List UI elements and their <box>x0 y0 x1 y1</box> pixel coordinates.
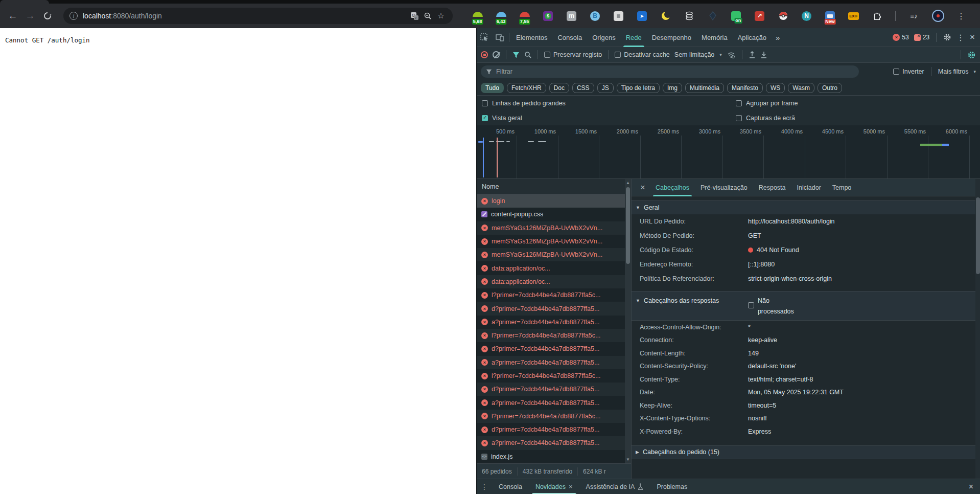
ext-dollar-icon[interactable]: $ <box>543 11 553 21</box>
close-devtools-icon[interactable]: × <box>970 32 975 42</box>
address-bar[interactable]: i localhost:8080/auth/login Gx ☆ <box>63 8 453 24</box>
drawer-tab-consola[interactable]: Consola <box>492 479 529 494</box>
record-icon[interactable] <box>481 51 488 58</box>
scrollbar-thumb[interactable] <box>626 187 630 264</box>
ext-kite-icon[interactable] <box>707 11 718 21</box>
drawer-tab-assiste-ncia-de-ia[interactable]: Assistência de IA <box>579 479 650 494</box>
devtools-tab-rede[interactable]: Rede <box>621 28 647 47</box>
request-row[interactable]: ×a?primer=7cdcb44be4a7db8877ffa5... <box>477 356 631 369</box>
ext-send-icon[interactable]: ➤ <box>637 11 647 21</box>
details-tab-cabec-alhos[interactable]: Cabeçalhos <box>650 179 695 196</box>
import-har-icon[interactable] <box>749 51 756 59</box>
ext-blue-meter-icon[interactable]: 6,43 <box>496 11 506 21</box>
request-row[interactable]: ×d?primer=7cdcb44be4a7db8877ffa5... <box>477 423 631 436</box>
request-row[interactable]: ×a?primer=7cdcb44be4a7db8877ffa5... <box>477 396 631 409</box>
devtools-tab-memo-ria[interactable]: Memória <box>696 28 733 47</box>
option-checkbox-vista-geral[interactable] <box>482 115 488 121</box>
request-list-header[interactable]: Nome <box>477 179 631 194</box>
network-settings-gear-icon[interactable] <box>967 51 976 59</box>
request-row[interactable]: ×l?primer=7cdcb44be4a7db8877ffa5c... <box>477 369 631 383</box>
filter-chip-css[interactable]: CSS <box>572 83 594 93</box>
request-row[interactable]: ×data:application/oc... <box>477 275 631 288</box>
details-tab-tempo[interactable]: Tempo <box>827 179 857 196</box>
forward-icon[interactable]: → <box>21 7 39 25</box>
filter-input[interactable]: Filtrar <box>481 65 859 78</box>
filter-chip-outro[interactable]: Outro <box>818 83 842 93</box>
request-row[interactable]: ×d?primer=7cdcb44be4a7db8877ffa5... <box>477 342 631 355</box>
request-row[interactable]: ×d?primer=7cdcb44be4a7db8877ffa5... <box>477 302 631 315</box>
ext-exif-icon[interactable]: EXIF <box>848 11 859 21</box>
disable-cache-control[interactable]: Desativar cache <box>615 51 670 58</box>
option-agrupar-por-frame[interactable]: Agrupar por frame <box>736 100 980 107</box>
option-capturas-de-ecra[interactable]: Capturas de ecrã <box>736 115 980 122</box>
details-scrollbar-thumb[interactable] <box>976 197 980 274</box>
site-info-icon[interactable]: i <box>69 12 78 20</box>
request-list-scrollbar[interactable]: ▲ ▼ <box>625 179 631 463</box>
devtools-settings-gear-icon[interactable] <box>943 33 951 41</box>
issues-badge[interactable]: 23 <box>914 34 929 41</box>
playlist-icon[interactable]: ≡♪ <box>908 11 919 21</box>
request-row[interactable]: ×memSYaGs126MiZpBA-UvWbX2vVn... <box>477 235 631 248</box>
filter-funnel-icon[interactable] <box>512 52 520 58</box>
details-tab-resposta[interactable]: Resposta <box>753 179 791 196</box>
preserve-log-checkbox[interactable] <box>544 52 550 58</box>
devtools-tab-origens[interactable]: Origens <box>587 28 621 47</box>
filter-chip-img[interactable]: Img <box>663 83 682 93</box>
clear-icon[interactable] <box>493 51 500 58</box>
ext-b-icon[interactable]: B <box>590 11 600 21</box>
filter-chip-ws[interactable]: WS <box>766 83 785 93</box>
ext-m-icon[interactable]: m <box>566 11 577 21</box>
option-checkbox-capturas-de-ecra[interactable] <box>736 115 742 121</box>
active-browser-tab[interactable] <box>0 0 49 4</box>
devtools-tab-aplicac-a-o[interactable]: Aplicação <box>733 28 772 47</box>
ext-n-icon[interactable]: N <box>801 11 812 21</box>
ext-arrow-icon[interactable]: ↗ <box>754 11 765 21</box>
more-filters-button[interactable]: Mais filtros▾ <box>938 68 976 75</box>
request-row[interactable]: <>index.js <box>477 450 631 463</box>
drawer-menu-icon[interactable]: ⋮ <box>477 483 492 491</box>
filter-chip-tudo[interactable]: Tudo <box>481 83 504 93</box>
network-conditions-icon[interactable] <box>727 51 736 59</box>
disable-cache-checkbox[interactable] <box>615 52 621 58</box>
details-tab-iniciador[interactable]: Iniciador <box>791 179 827 196</box>
bookmark-star-icon[interactable]: ☆ <box>434 9 448 23</box>
devtools-tab-consola[interactable]: Consola <box>552 28 587 47</box>
scroll-up-icon[interactable]: ▲ <box>625 181 631 185</box>
preserve-log-control[interactable]: Preservar registo <box>544 51 602 58</box>
option-vista-geral[interactable]: Vista geral <box>482 115 736 122</box>
close-drawer-icon[interactable]: × <box>969 482 980 491</box>
extensions-puzzle-icon[interactable] <box>872 11 882 21</box>
ext-on-icon[interactable]: on <box>731 11 741 21</box>
close-details-icon[interactable]: × <box>636 183 650 192</box>
request-row[interactable]: ×l?primer=7cdcb44be4a7db8877ffa5c... <box>477 288 631 302</box>
option-linhas-de-pedido-grandes[interactable]: Linhas de pedido grandes <box>482 100 736 107</box>
ext-square-icon[interactable] <box>613 11 624 21</box>
request-row[interactable]: ×memSYaGs126MiZpBA-UvWbX2vVn... <box>477 221 631 235</box>
drawer-tab-novidades[interactable]: Novidades× <box>529 479 579 494</box>
ext-moon-icon[interactable] <box>660 11 671 21</box>
ext-pokeball-icon[interactable] <box>778 11 788 21</box>
more-tabs-icon[interactable]: » <box>772 33 784 42</box>
export-har-icon[interactable] <box>760 51 767 59</box>
request-row[interactable]: ×l?primer=7cdcb44be4a7db8877ffa5c... <box>477 410 631 423</box>
filter-chip-multime-dia[interactable]: Multimédia <box>685 83 724 93</box>
back-icon[interactable]: ← <box>4 7 21 25</box>
filter-chip-manifesto[interactable]: Manifesto <box>727 83 763 93</box>
filter-chip-tipo-de-letra[interactable]: Tipo de letra <box>617 83 660 93</box>
ext-red-meter-icon[interactable]: 7,55 <box>519 11 530 21</box>
devtools-menu-icon[interactable]: ⋮ <box>956 33 965 42</box>
translate-icon[interactable]: Gx <box>408 9 421 23</box>
option-checkbox-linhas-de-pedido-grandes[interactable] <box>482 100 488 106</box>
ext-database-icon[interactable] <box>684 11 694 21</box>
browser-menu-icon[interactable]: ⋮ <box>957 11 965 21</box>
request-row[interactable]: ×memSYaGs126MiZpBA-UvWbX2vVn... <box>477 248 631 261</box>
ext-new-icon[interactable]: New <box>825 11 835 21</box>
request-row[interactable]: ×a?primer=7cdcb44be4a7db8877ffa5... <box>477 436 631 450</box>
details-tab-pre-visualizac-a-o[interactable]: Pré-visualização <box>695 179 753 196</box>
scroll-down-icon[interactable]: ▼ <box>625 457 631 462</box>
filter-chip-wasm[interactable]: Wasm <box>788 83 814 93</box>
devtools-tab-desempenho[interactable]: Desempenho <box>647 28 696 47</box>
response-headers-section-header[interactable]: ▼ Cabeçalhos das respostas Não processad… <box>632 291 975 321</box>
request-row[interactable]: ×data:application/oc... <box>477 261 631 275</box>
network-overview-timeline[interactable]: 500 ms1000 ms1500 ms2000 ms2500 ms3000 m… <box>477 125 980 179</box>
